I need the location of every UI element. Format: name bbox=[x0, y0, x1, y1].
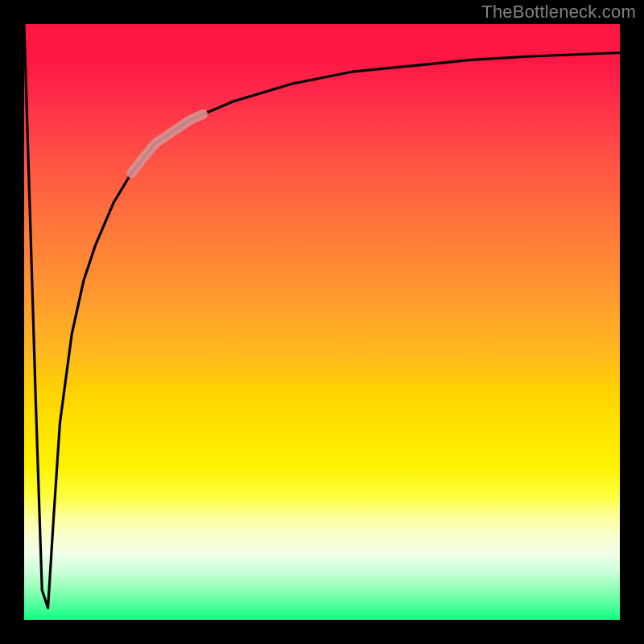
bottleneck-curve bbox=[24, 24, 620, 608]
highlight-segment bbox=[131, 114, 203, 173]
plot-area bbox=[24, 24, 620, 620]
chart-frame: TheBottleneck.com bbox=[0, 0, 644, 644]
attribution-text: TheBottleneck.com bbox=[481, 2, 636, 23]
curve-svg bbox=[24, 24, 620, 620]
baseline-strip bbox=[24, 615, 620, 620]
